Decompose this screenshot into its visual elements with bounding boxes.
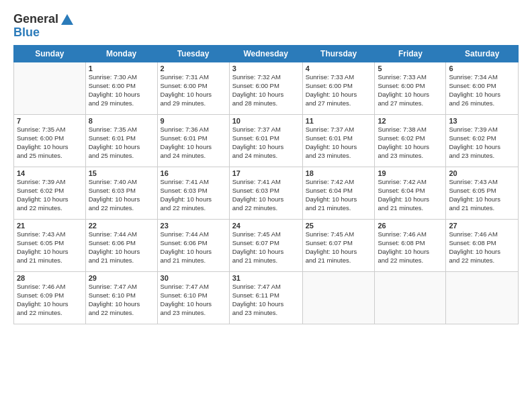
day-info: Sunrise: 7:33 AMSunset: 6:00 PMDaylight:…: [378, 73, 443, 107]
day-info: Sunrise: 7:43 AMSunset: 6:05 PMDaylight:…: [17, 230, 83, 265]
calendar-day-cell: 27Sunrise: 7:46 AMSunset: 6:08 PMDayligh…: [446, 220, 519, 272]
calendar-week-row: 14Sunrise: 7:39 AMSunset: 6:02 PMDayligh…: [14, 167, 519, 220]
calendar-page: General Blue SundayMondayTuesdayWednesda…: [0, 0, 532, 411]
calendar-day-cell: 19Sunrise: 7:42 AMSunset: 6:04 PMDayligh…: [375, 167, 446, 220]
calendar-day-cell: [375, 272, 446, 324]
day-info: Sunrise: 7:34 AMSunset: 6:00 PMDaylight:…: [449, 73, 515, 107]
day-info: Sunrise: 7:32 AMSunset: 6:00 PMDaylight:…: [232, 73, 300, 107]
calendar-day-cell: 17Sunrise: 7:41 AMSunset: 6:03 PMDayligh…: [229, 167, 302, 220]
calendar-day-cell: 6Sunrise: 7:34 AMSunset: 6:00 PMDaylight…: [446, 62, 519, 115]
day-number: 30: [161, 274, 226, 282]
calendar-day-cell: 16Sunrise: 7:41 AMSunset: 6:03 PMDayligh…: [157, 167, 229, 220]
weekday-header-wednesday: Wednesday: [229, 46, 302, 62]
weekday-header-sunday: Sunday: [14, 46, 86, 62]
calendar-day-cell: 24Sunrise: 7:45 AMSunset: 6:07 PMDayligh…: [229, 220, 302, 272]
calendar-day-cell: [446, 272, 519, 324]
calendar-table: SundayMondayTuesdayWednesdayThursdayFrid…: [13, 45, 519, 324]
calendar-day-cell: 14Sunrise: 7:39 AMSunset: 6:02 PMDayligh…: [14, 167, 86, 220]
calendar-day-cell: 7Sunrise: 7:35 AMSunset: 6:00 PMDaylight…: [14, 115, 86, 167]
day-info: Sunrise: 7:35 AMSunset: 6:01 PMDaylight:…: [89, 126, 154, 160]
weekday-header-row: SundayMondayTuesdayWednesdayThursdayFrid…: [14, 46, 519, 62]
day-number: 31: [232, 274, 300, 282]
day-info: Sunrise: 7:45 AMSunset: 6:07 PMDaylight:…: [232, 230, 300, 265]
day-number: 21: [17, 222, 83, 230]
day-number: 9: [161, 117, 226, 125]
day-number: 22: [89, 222, 154, 230]
calendar-day-cell: 25Sunrise: 7:45 AMSunset: 6:07 PMDayligh…: [302, 220, 375, 272]
calendar-day-cell: 23Sunrise: 7:44 AMSunset: 6:06 PMDayligh…: [157, 220, 229, 272]
calendar-week-row: 1Sunrise: 7:30 AMSunset: 6:00 PMDaylight…: [14, 62, 519, 115]
day-info: Sunrise: 7:47 AMSunset: 6:11 PMDaylight:…: [232, 283, 300, 317]
day-info: Sunrise: 7:42 AMSunset: 6:04 PMDaylight:…: [306, 178, 372, 212]
day-number: 3: [232, 64, 300, 73]
calendar-day-cell: 21Sunrise: 7:43 AMSunset: 6:05 PMDayligh…: [14, 220, 86, 272]
day-info: Sunrise: 7:47 AMSunset: 6:10 PMDaylight:…: [161, 283, 226, 317]
day-number: 27: [449, 222, 515, 230]
day-number: 5: [378, 64, 443, 73]
day-number: 13: [449, 117, 515, 125]
day-info: Sunrise: 7:36 AMSunset: 6:01 PMDaylight:…: [161, 126, 226, 160]
svg-marker-0: [61, 14, 73, 25]
day-info: Sunrise: 7:39 AMSunset: 6:02 PMDaylight:…: [449, 126, 515, 160]
calendar-day-cell: 18Sunrise: 7:42 AMSunset: 6:04 PMDayligh…: [302, 167, 375, 220]
day-number: 18: [306, 169, 372, 177]
day-number: 1: [89, 64, 154, 73]
calendar-day-cell: 2Sunrise: 7:31 AMSunset: 6:00 PMDaylight…: [157, 62, 229, 115]
day-number: 20: [449, 169, 515, 177]
calendar-day-cell: 10Sunrise: 7:37 AMSunset: 6:01 PMDayligh…: [229, 115, 302, 167]
weekday-header-friday: Friday: [375, 46, 446, 62]
calendar-day-cell: 11Sunrise: 7:37 AMSunset: 6:01 PMDayligh…: [302, 115, 375, 167]
day-number: 10: [232, 117, 300, 125]
day-info: Sunrise: 7:44 AMSunset: 6:06 PMDaylight:…: [161, 230, 226, 265]
calendar-day-cell: 31Sunrise: 7:47 AMSunset: 6:11 PMDayligh…: [229, 272, 302, 324]
day-number: 12: [378, 117, 443, 125]
calendar-week-row: 21Sunrise: 7:43 AMSunset: 6:05 PMDayligh…: [14, 220, 519, 272]
weekday-header-thursday: Thursday: [302, 46, 375, 62]
day-info: Sunrise: 7:46 AMSunset: 6:09 PMDaylight:…: [17, 283, 83, 317]
calendar-day-cell: 1Sunrise: 7:30 AMSunset: 6:00 PMDaylight…: [85, 62, 157, 115]
day-info: Sunrise: 7:33 AMSunset: 6:00 PMDaylight:…: [306, 73, 372, 107]
calendar-day-cell: 3Sunrise: 7:32 AMSunset: 6:00 PMDaylight…: [229, 62, 302, 115]
calendar-day-cell: 28Sunrise: 7:46 AMSunset: 6:09 PMDayligh…: [14, 272, 86, 324]
day-info: Sunrise: 7:47 AMSunset: 6:10 PMDaylight:…: [89, 283, 154, 317]
day-number: 16: [161, 169, 226, 177]
logo-general-text: General: [13, 12, 58, 27]
calendar-week-row: 7Sunrise: 7:35 AMSunset: 6:00 PMDaylight…: [14, 115, 519, 167]
day-number: 19: [378, 169, 443, 177]
day-info: Sunrise: 7:30 AMSunset: 6:00 PMDaylight:…: [89, 73, 154, 107]
day-info: Sunrise: 7:44 AMSunset: 6:06 PMDaylight:…: [89, 230, 154, 265]
weekday-header-saturday: Saturday: [446, 46, 519, 62]
day-info: Sunrise: 7:43 AMSunset: 6:05 PMDaylight:…: [449, 178, 515, 212]
calendar-week-row: 28Sunrise: 7:46 AMSunset: 6:09 PMDayligh…: [14, 272, 519, 324]
day-info: Sunrise: 7:40 AMSunset: 6:03 PMDaylight:…: [89, 178, 154, 212]
day-number: 6: [449, 64, 515, 73]
day-info: Sunrise: 7:38 AMSunset: 6:02 PMDaylight:…: [378, 126, 443, 160]
day-number: 4: [306, 64, 372, 73]
calendar-day-cell: 29Sunrise: 7:47 AMSunset: 6:10 PMDayligh…: [85, 272, 157, 324]
day-number: 29: [89, 274, 154, 282]
calendar-day-cell: 9Sunrise: 7:36 AMSunset: 6:01 PMDaylight…: [157, 115, 229, 167]
calendar-day-cell: [302, 272, 375, 324]
calendar-day-cell: 8Sunrise: 7:35 AMSunset: 6:01 PMDaylight…: [85, 115, 157, 167]
day-number: 8: [89, 117, 154, 125]
day-number: 7: [17, 117, 83, 125]
calendar-day-cell: 12Sunrise: 7:38 AMSunset: 6:02 PMDayligh…: [375, 115, 446, 167]
calendar-day-cell: 22Sunrise: 7:44 AMSunset: 6:06 PMDayligh…: [85, 220, 157, 272]
day-info: Sunrise: 7:41 AMSunset: 6:03 PMDaylight:…: [161, 178, 226, 212]
day-info: Sunrise: 7:35 AMSunset: 6:00 PMDaylight:…: [17, 126, 83, 160]
day-number: 23: [161, 222, 226, 230]
day-number: 26: [378, 222, 443, 230]
logo-blue-text: Blue: [13, 26, 40, 40]
calendar-day-cell: 30Sunrise: 7:47 AMSunset: 6:10 PMDayligh…: [157, 272, 229, 324]
weekday-header-monday: Monday: [85, 46, 157, 62]
day-info: Sunrise: 7:42 AMSunset: 6:04 PMDaylight:…: [378, 178, 443, 212]
calendar-day-cell: 13Sunrise: 7:39 AMSunset: 6:02 PMDayligh…: [446, 115, 519, 167]
day-info: Sunrise: 7:31 AMSunset: 6:00 PMDaylight:…: [161, 73, 226, 107]
page-header: General Blue: [13, 12, 519, 40]
weekday-header-tuesday: Tuesday: [157, 46, 229, 62]
logo-container: General Blue: [13, 12, 74, 40]
logo: General Blue: [13, 12, 74, 40]
logo-triangle-icon: [60, 13, 74, 26]
day-number: 17: [232, 169, 300, 177]
calendar-day-cell: 26Sunrise: 7:46 AMSunset: 6:08 PMDayligh…: [375, 220, 446, 272]
